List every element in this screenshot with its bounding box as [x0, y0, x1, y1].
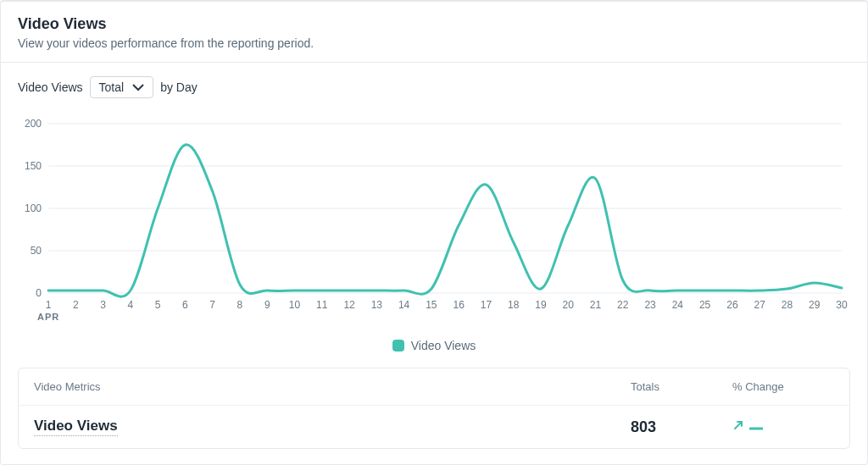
svg-text:0: 0 — [36, 287, 42, 299]
aggregation-select[interactable]: Total — [90, 76, 154, 98]
svg-text:150: 150 — [25, 160, 42, 172]
svg-text:27: 27 — [754, 299, 765, 311]
chart-legend: Video Views — [1, 334, 867, 368]
metric-label: Video Views — [18, 80, 83, 94]
svg-text:29: 29 — [809, 299, 821, 311]
page-title: Video Views — [18, 15, 850, 33]
col-header-metric: Video Metrics — [34, 380, 631, 393]
svg-text:24: 24 — [672, 299, 684, 311]
svg-text:10: 10 — [289, 299, 301, 311]
col-header-change: % Change — [732, 380, 834, 393]
granularity-label: by Day — [160, 80, 198, 94]
svg-text:200: 200 — [25, 118, 42, 130]
video-views-panel: Video Views View your videos performance… — [0, 0, 868, 465]
svg-text:18: 18 — [508, 299, 520, 311]
svg-text:23: 23 — [644, 299, 656, 311]
svg-text:21: 21 — [590, 299, 602, 311]
metric-total: 803 — [631, 418, 732, 436]
svg-text:5: 5 — [155, 299, 161, 311]
chevron-down-icon — [132, 80, 144, 94]
table-row[interactable]: Video Views 803 — [19, 406, 849, 448]
svg-text:28: 28 — [782, 299, 793, 311]
svg-text:7: 7 — [209, 299, 215, 311]
legend-label: Video Views — [411, 339, 476, 352]
svg-text:9: 9 — [264, 299, 270, 311]
page-subtitle: View your videos performance from the re… — [18, 36, 850, 50]
chart-controls: Video Views Total by Day — [1, 63, 867, 107]
chart-area: 0501001502001234567891011121314151617181… — [1, 107, 867, 334]
svg-text:17: 17 — [481, 299, 492, 311]
svg-text:12: 12 — [343, 299, 355, 311]
trend-flat-icon — [749, 419, 763, 435]
svg-text:25: 25 — [699, 299, 711, 311]
svg-text:3: 3 — [100, 299, 106, 311]
panel-header: Video Views View your videos performance… — [1, 2, 867, 63]
metrics-table: Video Metrics Totals % Change Video View… — [18, 368, 850, 449]
svg-text:22: 22 — [617, 299, 629, 311]
svg-text:20: 20 — [563, 299, 575, 311]
svg-text:8: 8 — [237, 299, 243, 311]
aggregation-value: Total — [99, 80, 125, 94]
svg-text:6: 6 — [182, 299, 188, 311]
legend-swatch — [392, 340, 404, 352]
line-chart: 0501001502001234567891011121314151617181… — [18, 115, 850, 327]
metrics-header-row: Video Metrics Totals % Change — [19, 368, 849, 406]
svg-text:30: 30 — [836, 299, 848, 311]
svg-text:16: 16 — [453, 299, 465, 311]
svg-text:15: 15 — [426, 299, 437, 311]
svg-text:26: 26 — [726, 299, 738, 311]
svg-text:4: 4 — [128, 299, 134, 311]
svg-text:100: 100 — [25, 202, 42, 214]
metric-change — [732, 419, 763, 435]
arrow-up-right-icon — [732, 419, 744, 435]
svg-text:2: 2 — [73, 299, 79, 311]
svg-text:50: 50 — [31, 245, 42, 257]
svg-text:14: 14 — [398, 299, 410, 311]
metric-name: Video Views — [34, 418, 118, 436]
svg-text:11: 11 — [316, 299, 328, 311]
svg-text:1: 1 — [46, 299, 52, 311]
svg-text:13: 13 — [371, 299, 383, 311]
col-header-totals: Totals — [631, 380, 732, 393]
svg-text:APR: APR — [37, 312, 59, 322]
svg-text:19: 19 — [535, 299, 547, 311]
